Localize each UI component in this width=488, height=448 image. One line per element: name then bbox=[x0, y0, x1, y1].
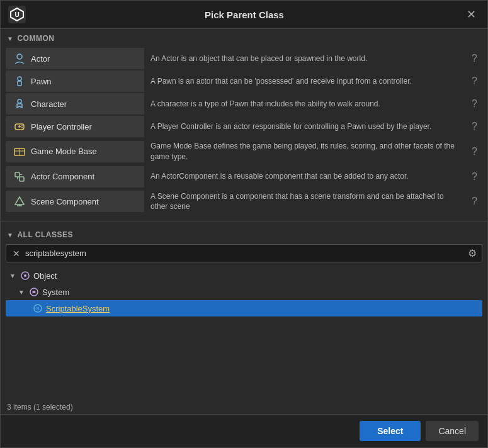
ue-logo: U bbox=[8, 6, 26, 23]
tree-item-system[interactable]: ▼ System bbox=[6, 284, 482, 300]
scriptable-system-icon: S bbox=[32, 303, 43, 314]
dialog-title: Pick Parent Class bbox=[26, 9, 463, 20]
all-classes-label: ALL CLASSES bbox=[17, 230, 73, 239]
system-label: System bbox=[42, 288, 69, 297]
title-bar: U Pick Parent Class ✕ bbox=[1, 1, 487, 29]
svg-point-23 bbox=[24, 274, 26, 277]
actor-help-button[interactable]: ? bbox=[467, 50, 482, 67]
game-mode-base-button[interactable]: Game Mode Base bbox=[6, 141, 144, 162]
character-description: A character is a type of Pawn that inclu… bbox=[144, 96, 467, 112]
actor-component-icon bbox=[13, 171, 26, 183]
object-icon bbox=[20, 270, 31, 281]
pawn-icon bbox=[13, 75, 26, 87]
status-text: 3 items (1 selected) bbox=[7, 403, 73, 412]
footer: Select Cancel bbox=[1, 414, 487, 447]
common-class-list: Actor An Actor is an object that can be … bbox=[1, 45, 487, 217]
svg-point-5 bbox=[18, 99, 21, 103]
svg-rect-15 bbox=[15, 172, 20, 177]
actor-component-description: An ActorComponent is a reusable componen… bbox=[144, 169, 467, 184]
object-expand-arrow: ▼ bbox=[9, 272, 16, 279]
select-button[interactable]: Select bbox=[360, 421, 421, 441]
title-bar-left: U bbox=[8, 6, 26, 23]
pick-parent-class-dialog: U Pick Parent Class ✕ ▼ COMMON Actor An … bbox=[0, 0, 488, 448]
character-row: Character A character is a type of Pawn … bbox=[6, 93, 482, 115]
common-section: ▼ COMMON Actor An Actor is an object tha… bbox=[1, 29, 487, 217]
close-button[interactable]: ✕ bbox=[463, 6, 480, 23]
svg-point-10 bbox=[21, 125, 23, 126]
scriptable-system-label: ScriptableSystem bbox=[46, 304, 110, 313]
search-bar: ✕ ⚙ bbox=[6, 244, 482, 262]
status-bar: 3 items (1 selected) bbox=[1, 400, 487, 414]
character-label: Character bbox=[31, 99, 67, 109]
actor-icon bbox=[13, 52, 26, 65]
game-mode-base-label: Game Mode Base bbox=[31, 147, 97, 156]
svg-text:S: S bbox=[36, 306, 39, 311]
game-mode-base-description: Game Mode Base defines the game being pl… bbox=[144, 138, 467, 165]
scene-component-help-button[interactable]: ? bbox=[467, 193, 482, 210]
scene-component-icon bbox=[13, 195, 26, 208]
tree-view[interactable]: ▼ Object ▼ System S ScriptableSystem bbox=[1, 265, 487, 400]
system-expand-arrow: ▼ bbox=[18, 289, 25, 296]
svg-rect-16 bbox=[20, 177, 24, 181]
player-controller-row: Player Controller A Player Controller is… bbox=[6, 116, 482, 137]
tree-item-scriptable-system[interactable]: S ScriptableSystem bbox=[6, 300, 482, 316]
search-clear-button[interactable]: ✕ bbox=[11, 249, 21, 259]
object-label: Object bbox=[33, 271, 57, 281]
tree-item-object[interactable]: ▼ Object bbox=[6, 267, 482, 284]
game-mode-base-icon bbox=[13, 145, 26, 158]
section-divider bbox=[1, 221, 487, 221]
game-mode-base-row: Game Mode Base Game Mode Base defines th… bbox=[6, 138, 482, 165]
pawn-label: Pawn bbox=[31, 77, 52, 86]
actor-label: Actor bbox=[31, 54, 50, 64]
common-arrow: ▼ bbox=[7, 35, 13, 42]
cancel-button[interactable]: Cancel bbox=[426, 421, 479, 441]
svg-point-2 bbox=[17, 54, 22, 59]
all-classes-section: ▼ ALL CLASSES ✕ ⚙ bbox=[1, 225, 487, 265]
player-controller-button[interactable]: Player Controller bbox=[6, 116, 144, 137]
all-classes-section-header: ▼ ALL CLASSES bbox=[1, 225, 487, 242]
scene-component-description: A Scene Component is a component that ha… bbox=[144, 189, 467, 215]
search-settings-button[interactable]: ⚙ bbox=[468, 247, 477, 259]
common-label: COMMON bbox=[17, 34, 54, 43]
actor-component-label: Actor Component bbox=[31, 172, 94, 181]
character-button[interactable]: Character bbox=[6, 93, 144, 115]
actor-component-button[interactable]: Actor Component bbox=[6, 166, 144, 188]
actor-description: An Actor is an object that can be placed… bbox=[144, 51, 467, 67]
actor-button[interactable]: Actor bbox=[6, 48, 144, 69]
player-controller-icon bbox=[13, 120, 26, 133]
player-controller-help-button[interactable]: ? bbox=[467, 118, 482, 135]
pawn-button[interactable]: Pawn bbox=[6, 70, 144, 92]
svg-point-11 bbox=[21, 127, 23, 128]
actor-row: Actor An Actor is an object that can be … bbox=[6, 48, 482, 69]
actor-component-help-button[interactable]: ? bbox=[467, 169, 482, 185]
player-controller-description: A Player Controller is an actor responsi… bbox=[144, 119, 467, 135]
player-controller-label: Player Controller bbox=[31, 122, 92, 132]
svg-text:U: U bbox=[14, 11, 19, 18]
scene-component-row: Scene Component A Scene Component is a c… bbox=[6, 189, 482, 215]
character-help-button[interactable]: ? bbox=[467, 96, 482, 112]
pawn-help-button[interactable]: ? bbox=[467, 73, 482, 89]
pawn-description: A Pawn is an actor that can be 'possesse… bbox=[144, 74, 467, 89]
svg-marker-19 bbox=[15, 197, 24, 204]
character-icon bbox=[13, 98, 26, 110]
svg-point-3 bbox=[18, 77, 21, 81]
all-classes-arrow: ▼ bbox=[7, 232, 13, 238]
actor-component-row: Actor Component An ActorComponent is a r… bbox=[6, 166, 482, 188]
svg-rect-4 bbox=[18, 81, 21, 86]
pawn-row: Pawn A Pawn is an actor that can be 'pos… bbox=[6, 70, 482, 92]
scene-component-button[interactable]: Scene Component bbox=[6, 191, 144, 212]
scene-component-label: Scene Component bbox=[31, 197, 99, 206]
search-input[interactable] bbox=[25, 249, 464, 258]
system-icon bbox=[28, 286, 40, 298]
common-section-header: ▼ COMMON bbox=[1, 29, 487, 45]
game-mode-base-help-button[interactable]: ? bbox=[467, 143, 482, 160]
